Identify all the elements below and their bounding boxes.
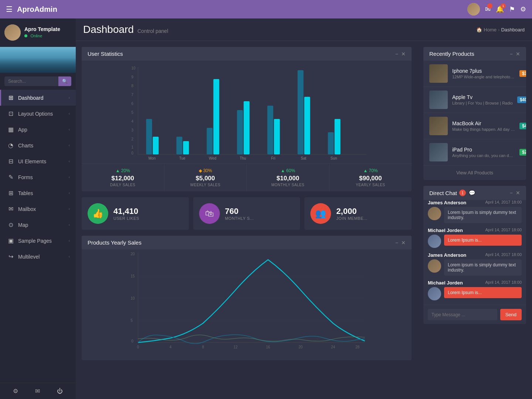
svg-text:24: 24 xyxy=(331,345,335,349)
profile-name: Apro Template xyxy=(24,26,60,32)
chevron-icon-mailbox: ‹ xyxy=(69,207,70,211)
members-label: JOIN MEMBE... xyxy=(336,216,367,221)
search-button[interactable]: 🔍 xyxy=(58,76,71,86)
stat-yearly: ▲ 70% $90,000 YEARLY SALES xyxy=(330,164,412,191)
breadcrumb-home-link[interactable]: Home xyxy=(484,27,497,33)
mail-icon[interactable]: ✉ xyxy=(485,5,491,13)
footer-settings-icon[interactable]: ⚙ xyxy=(13,388,18,395)
chat-close-icon[interactable]: ✕ xyxy=(516,190,520,196)
svg-text:8: 8 xyxy=(202,345,204,349)
user-statistics-panel: User Statistics − ✕ 10 9 8 7 xyxy=(82,47,412,191)
bar-chart-svg: 10 9 8 7 6 5 4 3 2 1 0 xyxy=(88,64,406,160)
chat-minimize-icon[interactable]: − xyxy=(510,190,513,196)
chevron-icon-forms: ‹ xyxy=(69,175,70,179)
avatar-james-1 xyxy=(428,207,441,220)
sidebar-banner xyxy=(0,47,76,73)
product-item-macbook: MacBook Air Make big things happen. All … xyxy=(423,113,526,139)
sidebar-search-wrap: 🔍 xyxy=(0,73,76,90)
notification-icon[interactable]: 🔔 1 xyxy=(496,5,504,13)
sidebar-item-app[interactable]: ▦ App ‹ xyxy=(0,122,76,137)
chevron-icon-layout: ‹ xyxy=(69,112,70,116)
ui-icon: ⊟ xyxy=(7,158,14,165)
svg-text:4: 4 xyxy=(132,119,134,123)
svg-rect-28 xyxy=(298,70,304,154)
product-desc-appletv: Library | For You | Browse | Radio xyxy=(452,101,513,105)
tables-icon: ⊞ xyxy=(7,190,14,197)
monthly-value: $10,000 xyxy=(251,175,325,182)
sidebar-item-mailbox[interactable]: ✉ Mailbox ‹ xyxy=(0,201,76,217)
chat-msg-1: James Anderson April 14, 2017 18:00 Lore… xyxy=(428,200,522,223)
sidebar-item-tables[interactable]: ⊞ Tables ‹ xyxy=(0,185,76,201)
recently-products-title: Recently Products xyxy=(429,51,474,57)
svg-rect-14 xyxy=(153,137,159,154)
weekly-label: WEEKLY SALES xyxy=(169,183,242,187)
content-area: User Statistics − ✕ 10 9 8 7 xyxy=(76,41,532,399)
svg-text:7: 7 xyxy=(132,93,134,97)
sidebar-item-multilevel[interactable]: ↪ Multilevel ‹ xyxy=(0,249,76,265)
profile-info: Apro Template Online xyxy=(24,26,60,39)
svg-rect-22 xyxy=(237,110,243,154)
yearly-minimize-icon[interactable]: − xyxy=(395,240,398,246)
members-icon: 👥 xyxy=(310,203,331,224)
products-minimize-icon[interactable]: − xyxy=(510,51,513,57)
sidebar-item-map[interactable]: ⊙ Map ‹ xyxy=(0,217,76,233)
chat-input[interactable] xyxy=(428,309,497,320)
sidebar-label-tables: Tables xyxy=(18,190,33,196)
svg-text:Tue: Tue xyxy=(179,156,185,160)
profile-avatar xyxy=(4,24,21,41)
send-button[interactable]: Send xyxy=(500,309,522,320)
footer-mail-icon[interactable]: ✉ xyxy=(35,388,40,395)
line-chart-wrap: 20 15 10 5 0 0 4 8 12 xyxy=(82,249,412,360)
yearly-sales-panel: Products Yearly Sales − ✕ 20 15 10 5 xyxy=(82,236,412,360)
sidebar-label-charts: Charts xyxy=(18,143,33,149)
menu-icon[interactable]: ☰ xyxy=(6,5,13,14)
product-thumb-iphone xyxy=(429,64,448,83)
sidebar-label-mailbox: Mailbox xyxy=(18,206,36,212)
sidebar-item-ui[interactable]: ⊟ UI Elements ‹ xyxy=(0,153,76,169)
mail-badge xyxy=(487,3,492,8)
sidebar-item-layout[interactable]: ⊡ Layout Options ‹ xyxy=(0,106,76,122)
page-title: Dashboard xyxy=(83,24,134,35)
yearly-sales-header: Products Yearly Sales − ✕ xyxy=(82,236,412,249)
sidebar-item-sample[interactable]: ▣ Sample Pages ‹ xyxy=(0,233,76,249)
layout: Apro Template Online 🔍 ⊞ Dashboard xyxy=(0,18,532,399)
footer-power-icon[interactable]: ⏻ xyxy=(57,388,63,395)
dashboard-icon: ⊞ xyxy=(7,94,14,101)
svg-text:9: 9 xyxy=(132,75,134,79)
settings-icon[interactable]: ⚙ xyxy=(520,5,526,13)
close-icon[interactable]: ✕ xyxy=(401,51,406,57)
flag-icon[interactable]: ⚑ xyxy=(509,5,515,13)
product-name-macbook: MacBook Air xyxy=(452,120,515,126)
breadcrumb: 🏠 Home › Dashboard xyxy=(476,27,525,33)
bubble-1: Lorem Ipsum is simply dummy text industr… xyxy=(444,207,522,223)
metric-sales-info: 760 MONTHLY S... xyxy=(225,207,254,221)
chat-icon: 💬 xyxy=(469,190,475,196)
content-right: Recently Products − ✕ Iphone 7plus 12MP … xyxy=(417,41,532,399)
product-price-iphone: $300 xyxy=(519,70,526,77)
products-close-icon[interactable]: ✕ xyxy=(516,51,520,57)
product-info-ipad: iPad Pro Anything you can do, you can do… xyxy=(452,147,515,158)
recently-products-panel: Recently Products − ✕ Iphone 7plus 12MP … xyxy=(423,47,526,180)
product-item-ipad: iPad Pro Anything you can do, you can do… xyxy=(423,139,526,166)
monthly-change: ▲ 60% xyxy=(251,168,325,173)
product-name-iphone: Iphone 7plus xyxy=(452,68,515,74)
product-price-ipad: $289 xyxy=(519,149,526,156)
svg-text:15: 15 xyxy=(131,274,135,278)
product-price-macbook: $450 xyxy=(519,123,526,129)
sidebar-item-charts[interactable]: ◔ Charts ‹ xyxy=(0,137,76,153)
sidebar-item-forms[interactable]: ✎ Forms ‹ xyxy=(0,169,76,185)
chat-msg-1-header: James Anderson April 14, 2017 18:00 xyxy=(428,200,522,205)
yearly-panel-controls: − ✕ xyxy=(395,240,406,246)
sidebar-item-dashboard[interactable]: ⊞ Dashboard ‹ xyxy=(0,90,76,106)
yearly-close-icon[interactable]: ✕ xyxy=(401,240,406,246)
product-desc-iphone: 12MP Wide-angle and telephoto came... xyxy=(452,75,515,79)
svg-rect-13 xyxy=(146,119,152,154)
sales-label: MONTHLY S... xyxy=(225,216,254,221)
minimize-icon[interactable]: − xyxy=(395,51,398,57)
view-all-products[interactable]: View All Products xyxy=(423,166,526,180)
chat-msg-3-body: Lorem ipsum is simply dummy text industr… xyxy=(428,259,522,276)
yearly-change: ▲ 70% xyxy=(334,168,407,173)
search-input[interactable] xyxy=(4,76,58,86)
avatar[interactable] xyxy=(467,3,480,16)
chat-msg-2: April 14, 2017 18:00 Michael Jorden Lore… xyxy=(428,228,522,248)
